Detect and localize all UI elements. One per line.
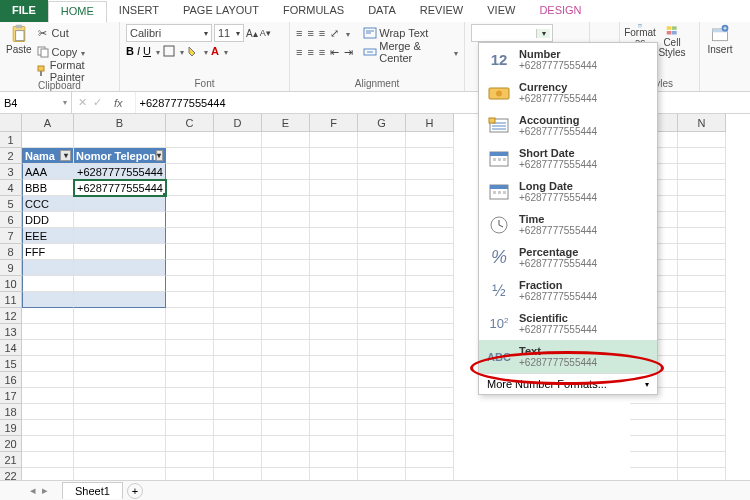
tab-design[interactable]: DESIGN	[527, 0, 593, 22]
cell[interactable]	[214, 436, 262, 452]
number-format-option[interactable]: Short Date+6287777555444	[479, 142, 657, 175]
cell[interactable]	[74, 212, 166, 228]
cell[interactable]	[358, 164, 406, 180]
cell[interactable]	[310, 372, 358, 388]
cell[interactable]	[262, 372, 310, 388]
align-right-icon[interactable]: ≡	[319, 46, 325, 58]
cell[interactable]	[74, 244, 166, 260]
row-header[interactable]: 7	[0, 228, 22, 244]
cell[interactable]	[262, 292, 310, 308]
cell[interactable]	[262, 452, 310, 468]
tab-page-layout[interactable]: PAGE LAYOUT	[171, 0, 271, 22]
cell[interactable]	[630, 420, 678, 436]
cell[interactable]	[166, 292, 214, 308]
cell[interactable]	[262, 340, 310, 356]
cell[interactable]	[166, 148, 214, 164]
number-format-option[interactable]: %Percentage+6287777555444	[479, 241, 657, 274]
cell[interactable]	[406, 356, 454, 372]
col-header[interactable]: C	[166, 114, 214, 132]
cell[interactable]	[74, 388, 166, 404]
cell[interactable]	[74, 228, 166, 244]
cell[interactable]	[678, 324, 726, 340]
cell[interactable]	[678, 196, 726, 212]
cell[interactable]	[166, 372, 214, 388]
cell[interactable]	[166, 276, 214, 292]
cell[interactable]	[310, 340, 358, 356]
row-header[interactable]: 8	[0, 244, 22, 260]
cell[interactable]	[678, 292, 726, 308]
number-format-option[interactable]: ½Fraction+6287777555444	[479, 274, 657, 307]
number-format-option[interactable]: 102Scientific+6287777555444	[479, 307, 657, 340]
row-header[interactable]: 14	[0, 340, 22, 356]
decrease-font-icon[interactable]: A▾	[260, 28, 271, 38]
number-format-input[interactable]	[474, 27, 536, 39]
cell[interactable]	[310, 148, 358, 164]
cell[interactable]	[358, 324, 406, 340]
cell[interactable]	[678, 148, 726, 164]
cell[interactable]	[406, 164, 454, 180]
cell[interactable]	[74, 372, 166, 388]
cell[interactable]	[22, 436, 74, 452]
cell[interactable]	[310, 212, 358, 228]
cell[interactable]	[214, 372, 262, 388]
cell[interactable]	[166, 324, 214, 340]
cell[interactable]	[262, 324, 310, 340]
cell[interactable]	[74, 196, 166, 212]
cell[interactable]	[310, 308, 358, 324]
row-header[interactable]: 21	[0, 452, 22, 468]
cell[interactable]	[74, 132, 166, 148]
insert-cells-button[interactable]: Insert	[706, 24, 734, 58]
cell[interactable]	[358, 212, 406, 228]
align-bottom-icon[interactable]: ≡	[319, 27, 325, 39]
cell[interactable]	[310, 356, 358, 372]
cell[interactable]	[678, 308, 726, 324]
row-header[interactable]: 9	[0, 260, 22, 276]
cell[interactable]	[262, 148, 310, 164]
cell[interactable]	[678, 180, 726, 196]
more-number-formats[interactable]: More Number Formats...▾	[479, 373, 657, 394]
cell[interactable]: FFF	[22, 244, 74, 260]
cell[interactable]	[358, 292, 406, 308]
cell[interactable]	[22, 340, 74, 356]
cell[interactable]	[74, 452, 166, 468]
cell[interactable]	[74, 308, 166, 324]
cell[interactable]	[214, 324, 262, 340]
cell[interactable]	[22, 452, 74, 468]
cell[interactable]	[310, 276, 358, 292]
cell[interactable]: +6287777555444	[74, 164, 166, 180]
paste-button[interactable]: Paste	[6, 24, 32, 58]
cell[interactable]	[214, 388, 262, 404]
row-header[interactable]: 16	[0, 372, 22, 388]
cell[interactable]	[22, 324, 74, 340]
cell[interactable]	[630, 404, 678, 420]
cell[interactable]	[678, 164, 726, 180]
cell[interactable]	[406, 228, 454, 244]
cell[interactable]	[406, 420, 454, 436]
cell[interactable]	[310, 292, 358, 308]
row-header[interactable]: 15	[0, 356, 22, 372]
cell[interactable]	[358, 276, 406, 292]
underline-button[interactable]: U	[143, 45, 151, 57]
cell-styles-button[interactable]: Cell Styles	[658, 24, 686, 58]
cell[interactable]	[214, 452, 262, 468]
cell[interactable]	[214, 340, 262, 356]
col-header[interactable]: G	[358, 114, 406, 132]
cell[interactable]	[630, 452, 678, 468]
cell[interactable]	[406, 244, 454, 260]
cell[interactable]	[74, 420, 166, 436]
cell[interactable]	[406, 260, 454, 276]
orientation-icon[interactable]: ⤢	[330, 27, 339, 40]
cell[interactable]	[166, 244, 214, 260]
cell[interactable]	[214, 244, 262, 260]
number-format-option[interactable]: 12Number+6287777555444	[479, 43, 657, 76]
cell[interactable]	[166, 340, 214, 356]
cell[interactable]	[406, 404, 454, 420]
cell[interactable]: +6287777555444	[74, 180, 166, 196]
row-header[interactable]: 10	[0, 276, 22, 292]
cell[interactable]	[358, 372, 406, 388]
tab-home[interactable]: HOME	[48, 1, 107, 23]
cell[interactable]	[166, 388, 214, 404]
select-all-corner[interactable]	[0, 114, 22, 132]
add-sheet-button[interactable]: +	[127, 483, 143, 499]
cell[interactable]	[262, 244, 310, 260]
